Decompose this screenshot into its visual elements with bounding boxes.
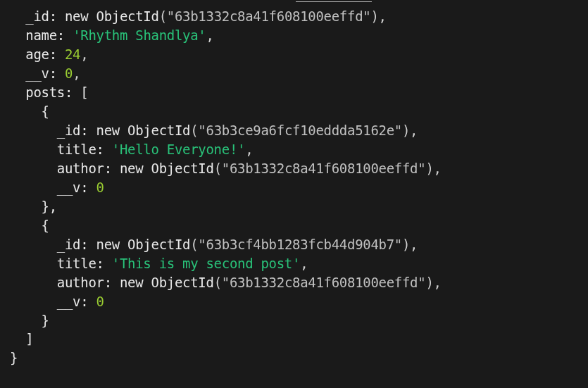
code-text: title: [10, 256, 112, 271]
code-text: , [206, 27, 214, 43]
code-text: _id: new [10, 123, 127, 138]
code-paren: ( [159, 8, 167, 24]
code-text: , [73, 65, 80, 81]
code-text: title: [10, 142, 112, 157]
code-text: name: [10, 27, 73, 43]
code-text: , [245, 142, 253, 157]
code-text: ] [10, 331, 33, 346]
code-text: _id: new [10, 8, 96, 24]
code-text: __v: [10, 180, 96, 195]
code-arg: "63b1332c8a41f608100eeffd" [167, 8, 371, 24]
code-text: _id: new [10, 237, 127, 252]
code-fn: ObjectId [127, 237, 190, 252]
code-block: _id: new ObjectId("63b1332c8a41f608100ee… [0, 0, 588, 368]
code-number: 24 [65, 46, 80, 62]
code-fn: ObjectId [127, 123, 190, 138]
code-string: 'Hello Everyone!' [112, 142, 245, 157]
code-string: 'This is my second post' [112, 256, 300, 271]
code-paren: ( [214, 161, 222, 176]
code-text: ), [402, 237, 418, 252]
code-text: __v: [10, 65, 65, 81]
code-text: author: new [10, 161, 151, 176]
code-string: 'Rhythm Shandlya' [73, 27, 206, 43]
code-text: __v: [10, 294, 96, 309]
code-text: ), [370, 8, 386, 24]
code-number: 0 [65, 65, 73, 81]
code-text: , [80, 46, 88, 62]
code-arg: "63b3cf4bb1283fcb44d904b7" [198, 237, 402, 252]
code-text: } [10, 313, 49, 328]
code-arg: "63b1332c8a41f608100eeffd" [222, 275, 426, 290]
code-paren: ( [190, 237, 198, 252]
code-paren: ( [190, 123, 198, 138]
code-fn: ObjectId [96, 8, 159, 24]
code-text: }, [10, 199, 57, 214]
code-paren: ( [214, 275, 222, 290]
code-text: { [10, 218, 49, 233]
code-text: author: new [10, 275, 151, 290]
code-fn: ObjectId [151, 161, 214, 176]
code-arg: "63b1332c8a41f608100eeffd" [222, 161, 426, 176]
code-fn: ObjectId [151, 275, 214, 290]
code-text: , [300, 256, 308, 271]
code-arg: "63b3ce9a6fcf10eddda5162e" [198, 123, 402, 138]
code-text: ), [402, 123, 418, 138]
code-text: ), [425, 161, 441, 176]
code-text: posts: [ [10, 85, 88, 100]
code-text: } [10, 350, 18, 365]
code-text: ), [425, 275, 441, 290]
code-number: 0 [96, 294, 104, 309]
code-text: { [10, 104, 49, 119]
code-text: age: [10, 46, 65, 62]
header-underline [296, 1, 372, 2]
code-number: 0 [96, 180, 104, 195]
